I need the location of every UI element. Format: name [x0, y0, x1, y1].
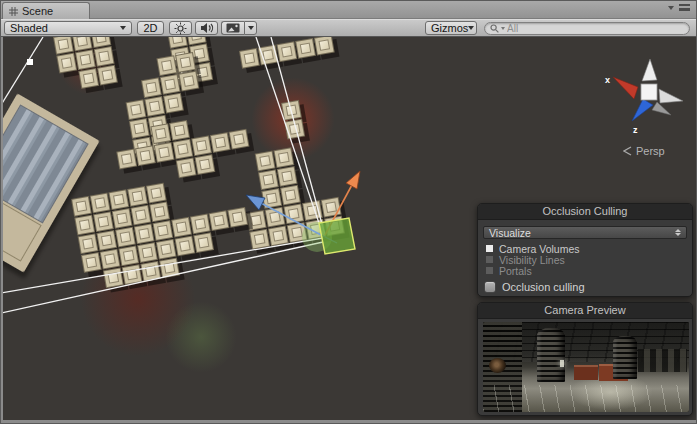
effects-toggle-button[interactable] — [221, 21, 244, 35]
persp-arrow-icon — [623, 146, 632, 156]
checkbox[interactable] — [484, 281, 496, 293]
effects-dropdown-caret[interactable] — [244, 21, 257, 35]
panel-title: Occlusion Culling — [478, 204, 692, 220]
axis-cube[interactable] — [641, 84, 657, 100]
gizmos-dropdown[interactable]: Gizmos — [425, 21, 477, 35]
window-menu-icon[interactable] — [679, 4, 690, 11]
axis-gizmo-graphic: x z — [597, 55, 696, 141]
panel-title: Camera Preview — [478, 303, 692, 319]
preview-floor-lines — [483, 385, 689, 412]
preview-crate — [574, 365, 599, 379]
tab-dropdown-caret-icon[interactable] — [668, 6, 674, 10]
speaker-icon — [200, 22, 214, 34]
visualize-item-camera-volumes[interactable]: Camera Volumes — [478, 243, 692, 254]
grid-icon — [9, 7, 18, 16]
projection-mode-label: Persp — [636, 145, 665, 157]
shading-mode-dropdown[interactable]: Shaded — [4, 21, 132, 35]
axis-cone-z[interactable] — [632, 99, 653, 121]
preview-pillar — [613, 336, 638, 378]
axis-cone-up[interactable] — [642, 59, 657, 81]
camera-preview-image — [483, 322, 689, 412]
scene-search-field[interactable] — [484, 22, 690, 35]
chevron-down-icon — [468, 26, 474, 30]
checkbox[interactable] — [486, 267, 493, 274]
projection-mode[interactable]: Persp — [623, 145, 665, 157]
chevron-down-icon — [248, 26, 254, 30]
frustum-handle[interactable] — [27, 59, 33, 65]
move-gizmo-z-axis[interactable] — [246, 195, 321, 235]
chevron-down-icon — [120, 26, 126, 30]
tab-scene[interactable]: Scene — [2, 2, 90, 19]
axis-x-label: x — [605, 75, 610, 85]
axis-cone-back[interactable] — [652, 102, 671, 115]
image-icon — [226, 23, 240, 33]
orientation-gizmo[interactable]: x z Persp — [597, 55, 696, 165]
updown-arrows-icon — [675, 229, 681, 236]
occlusion-culling-panel: Occlusion Culling Visualize Camera Volum… — [477, 203, 693, 297]
preview-pillar — [537, 328, 566, 382]
tab-label: Scene — [22, 5, 53, 17]
visualize-dropdown-label: Visualize — [489, 227, 531, 239]
lighting-toggle-button[interactable] — [169, 21, 192, 35]
search-icon — [490, 24, 499, 33]
axis-cone-x[interactable] — [613, 77, 638, 99]
search-filter-caret-icon[interactable] — [501, 27, 505, 30]
camera-frustum-lines — [3, 37, 325, 313]
scene-toolbar: Shaded 2D — [1, 19, 696, 37]
search-input[interactable] — [507, 23, 684, 34]
shading-mode-label: Shaded — [10, 22, 48, 34]
visualize-dropdown[interactable]: Visualize — [483, 226, 687, 239]
sun-icon — [174, 22, 187, 35]
gizmos-label: Gizmos — [431, 22, 468, 34]
axis-cone-right[interactable] — [659, 89, 683, 103]
tab-bar: Scene — [1, 1, 696, 19]
visualize-item-visibility-lines[interactable]: Visibility Lines — [478, 254, 692, 265]
audio-toggle-button[interactable] — [195, 21, 218, 35]
occlusion-culling-toggle[interactable]: Occlusion culling — [478, 281, 692, 293]
preview-door-light — [560, 360, 564, 367]
scene-viewport[interactable]: x z Persp Occlusion Culling Visualize Ca… — [3, 37, 696, 420]
2d-toggle-button[interactable]: 2D — [137, 21, 164, 35]
axis-z-label: z — [633, 125, 638, 135]
checkbox[interactable] — [486, 245, 493, 252]
visualize-item-portals[interactable]: Portals — [478, 265, 692, 276]
checkbox[interactable] — [486, 256, 493, 263]
scene-view-window: Scene Shaded 2D — [0, 0, 697, 424]
camera-preview-panel: Camera Preview — [477, 302, 693, 416]
move-gizmo-plane-handle[interactable] — [319, 218, 355, 254]
